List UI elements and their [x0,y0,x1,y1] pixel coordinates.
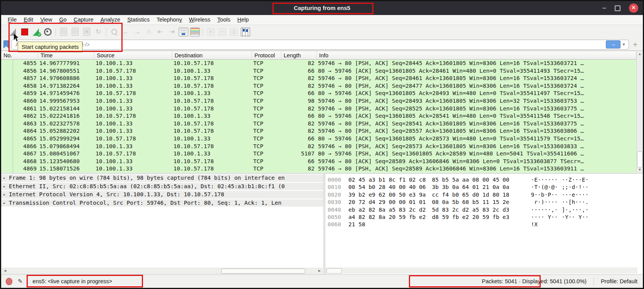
packet-row[interactable]: 485814.97138226410.100.1.3310.10.57.178T… [1,82,636,90]
hex-offset: 0040 [325,206,344,214]
hex-row[interactable]: 000002 45 a3 b1 8c f1 02 c885 b5 5a aa 0… [325,176,643,184]
cell-length: 82 [281,165,317,173]
packet-row[interactable]: 486215.02224181610.10.57.17810.100.1.33T… [1,112,636,120]
hex-hscrollbar[interactable] [325,267,637,274]
cell-source: 10.100.1.33 [94,105,172,113]
cell-time: 14.999567953 [38,97,94,105]
packet-row[interactable]: 485614.96780055110.10.57.17810.100.1.33T… [1,67,636,75]
column-header-no[interactable]: No. [1,51,38,59]
detail-tree-row[interactable]: ▸Frame 1: 98 bytes on wire (784 bits), 9… [1,174,323,182]
packet-row[interactable]: 486515.05299929410.10.57.17810.100.1.33T… [1,135,636,143]
auto-scroll-button[interactable] [178,27,188,37]
column-header-length[interactable]: Length [281,51,317,59]
cell-time: 15.052882202 [38,127,94,135]
detail-tree-row[interactable]: ▸Internet Protocol Version 4, Src: 10.10… [1,191,323,199]
cell-source: 10.100.1.33 [94,75,172,82]
packet-row[interactable]: 486815.12354068010.100.1.3310.10.57.178T… [1,158,636,165]
cell-info: 80 → 59746 [ACK] Seq=13601805 Ack=28541 … [317,112,636,120]
hex-hex1: 20 72 d4 29 00 00 01 01 [348,199,426,206]
menu-item-telephony[interactable]: Telephony [153,15,185,25]
detail-hscrollbar[interactable]: ◀ ▶ [2,268,323,274]
cell-length: 66 [281,90,317,97]
cell-destination: 10.10.57.178 [172,120,252,128]
detail-tree-row[interactable]: ▸Ethernet II, Src: 02:c8:85:b5:5a:aa (02… [1,183,323,190]
packet-row[interactable]: 486715.08045106710.10.57.17810.100.1.33T… [1,150,636,158]
menu-item-help[interactable]: Help [234,15,252,25]
cell-no: 4857 [1,75,38,82]
cell-source: 10.100.1.33 [94,120,172,128]
expander-icon[interactable]: ▸ [3,199,6,207]
menu-item-statistics[interactable]: Statistics [124,15,153,25]
column-header-destination[interactable]: Destination [172,51,252,59]
packet-row[interactable]: 486415.05288220210.100.1.3310.10.57.178T… [1,127,636,135]
minimize-button[interactable]: − [602,3,606,13]
cell-destination: 10.10.57.178 [172,127,252,135]
hex-row[interactable]: 0040eb a2 82 8a a5 83 2c d25d 83 2c d2 a… [325,206,643,214]
profile-label[interactable]: Profile: Default [601,278,637,284]
colorize-button[interactable] [190,27,200,37]
annotation-box-capture-status [27,275,143,287]
cell-length: 82 [281,82,317,90]
menu-item-wireless[interactable]: Wireless [185,15,214,25]
zoom-in-icon: + [207,28,215,36]
scroll-left-arrow[interactable]: ◀ [2,268,8,274]
hex-row[interactable]: 001000 54 b0 28 40 00 40 063b 3b 0a 64 0… [325,184,643,191]
hex-row[interactable]: 0050a4 82 82 8a 20 59 fb e2d8 59 fb e2 2… [325,214,643,221]
apply-filter-button[interactable]: → [606,40,620,48]
detail-row-text: Frame 1: 98 bytes on wire (784 bits), 98… [9,175,285,181]
restore-button[interactable] [615,5,620,11]
packet-row[interactable]: 486014.99956795310.100.1.3310.10.57.178T… [1,97,636,105]
add-filter-button[interactable]: + [629,41,640,48]
packet-list-scrollbar[interactable]: ▲ ▼ [636,51,643,173]
hex-row[interactable]: 002039 b2 e9 62 00 50 e3 9acc f4 b0 65 d… [325,191,643,199]
cell-time: 15.123540680 [38,158,94,165]
scroll-right-arrow[interactable]: ▶ [317,268,322,274]
packet-row[interactable]: 485914.97145947610.10.57.17810.100.1.33T… [1,90,636,97]
hex-hex2: d8 59 fb e2 20 59 fb e3 [432,214,509,221]
cell-destination: 10.100.1.33 [172,90,252,97]
hex-hex1: a4 82 82 8a 20 59 fb e2 [348,214,426,221]
expander-icon[interactable]: ▸ [3,174,6,182]
zoom-in-button: + [206,27,216,37]
resize-columns-button[interactable] [240,27,251,37]
scroll-up-arrow[interactable]: ▲ [637,51,643,57]
cell-length: 82 [281,127,317,135]
hex-hex2: 5d 83 2c d2 a5 83 2c d3 [432,206,509,214]
filter-bookmark-icon[interactable] [3,40,9,48]
cell-protocol: TCP [252,90,281,97]
scroll-down-arrow[interactable]: ▼ [637,167,643,173]
hex-row[interactable]: 003020 72 d4 29 00 00 01 0108 0a 5b 68 b… [325,199,643,206]
expert-info-icon[interactable] [6,278,12,285]
hex-hscroll-thumb[interactable] [326,268,342,274]
column-header-protocol[interactable]: Protocol [252,51,281,59]
close-button[interactable]: × [629,3,638,13]
packet-row[interactable]: 485714.97060888610.100.1.3310.10.57.178T… [1,75,636,82]
detail-tree-row[interactable]: ▸Transmission Control Protocol, Src Port… [1,199,323,207]
hex-ascii2 [562,221,592,228]
hex-ascii2: ···e···· [562,191,592,199]
scrollbar-thumb[interactable] [637,151,642,167]
cell-destination: 10.10.57.178 [172,143,252,150]
menu-item-tools[interactable]: Tools [214,15,234,25]
column-header-source[interactable]: Source [94,51,172,59]
detail-hscroll-thumb[interactable] [221,269,305,274]
packet-row[interactable]: 485514.96777799110.100.1.3310.10.57.178T… [1,60,636,67]
cell-no: 4862 [1,112,38,120]
column-header-info[interactable]: Info [317,51,636,59]
hex-ascii2: ··Z···E· [562,176,592,184]
hex-hex2: cc f4 b0 65 d0 1d 80 18 [432,191,509,199]
column-header-time[interactable]: Time [38,51,94,59]
hex-row[interactable]: 006021 58!X [325,221,643,228]
filter-dropdown-caret-icon[interactable]: ▾ [620,42,627,47]
expander-icon[interactable]: ▸ [3,183,6,190]
capture-comment-icon[interactable]: ✎ [18,278,23,285]
cell-time: 14.967800551 [38,67,94,75]
cell-no: 4867 [1,150,38,158]
packet-row[interactable]: 486915.15807152610.100.1.3310.10.57.178T… [1,165,636,173]
cell-source: 10.100.1.33 [94,165,172,173]
packet-row[interactable]: 486115.02215814410.100.1.3310.10.57.178T… [1,105,636,113]
packet-row[interactable]: 486315.02232757810.100.1.3310.10.57.178T… [1,120,636,128]
packet-row[interactable]: 486615.07986849410.100.1.3310.10.57.178T… [1,143,636,150]
cell-protocol: TCP [252,127,281,135]
expander-icon[interactable]: ▸ [3,191,6,199]
